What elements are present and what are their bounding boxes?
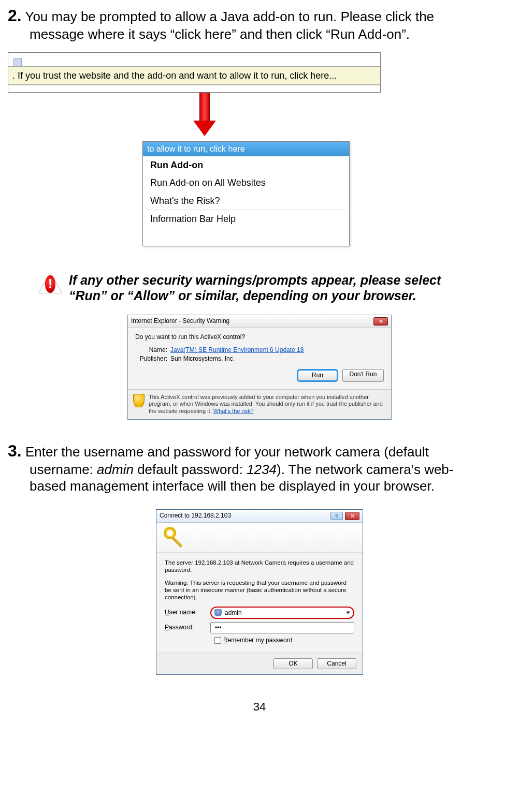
login-titlebar: Connect to 192.168.2.103 ? ✕: [156, 510, 363, 523]
login-body: The server 192.168.2.103 at Network Came…: [156, 553, 363, 653]
password-row: Password:: [165, 622, 354, 633]
cancel-button[interactable]: Cancel: [317, 658, 356, 669]
step-3-number: 3.: [8, 441, 22, 460]
secwarn-footer-link[interactable]: What's the risk?: [213, 408, 254, 414]
browser-toolbar-fragment: [8, 53, 380, 66]
warn-line-2: “Run” or “Allow” or similar, depending o…: [69, 288, 416, 303]
username-input[interactable]: [210, 607, 354, 619]
step-2: 2. You may be prompted to allow a Java a…: [8, 5, 511, 43]
info-bar-message[interactable]: . If you trust the website and the add-o…: [8, 66, 380, 85]
arrow-down-icon: [194, 93, 215, 137]
info-bar-spacer: [8, 85, 380, 92]
secwarn-body: Do you want to run this ActiveX control?…: [128, 328, 391, 389]
login-title-text: Connect to 192.168.2.103: [160, 512, 231, 520]
context-menu-titlebar: to allow it to run, click here: [143, 142, 349, 156]
step-3-b5: ). The network camera’s web-: [277, 462, 454, 477]
secwarn-footer-text-wrap: This ActiveX control was previously adde…: [149, 394, 386, 415]
step-2-text-b: message where it says “click here” and t…: [8, 26, 511, 43]
menu-item-whats-the-risk[interactable]: What's the Risk?: [143, 192, 349, 210]
browser-info-bar-window: . If you trust the website and the add-o…: [8, 52, 381, 93]
run-button[interactable]: Run: [297, 369, 338, 382]
help-icon[interactable]: ?: [330, 512, 343, 520]
secwarn-publisher-row: Publisher: Sun Microsystems, Inc.: [135, 355, 384, 363]
remember-checkbox[interactable]: [214, 637, 221, 644]
ie-security-warning-dialog: Internet Explorer - Security Warning ✕ D…: [127, 315, 392, 420]
remember-row: Remember my password: [214, 637, 354, 644]
secwarn-titlebar: Internet Explorer - Security Warning ✕: [128, 315, 391, 328]
password-input[interactable]: [210, 622, 354, 633]
shield-icon: [133, 394, 145, 407]
step-3: 3. Enter the username and password for y…: [8, 440, 511, 495]
step-3-b4: 1234: [247, 462, 277, 477]
login-footer: OK Cancel: [156, 653, 363, 674]
security-warning-note: ! If any other security warnings/prompts…: [39, 272, 511, 303]
secwarn-footer: This ActiveX control was previously adde…: [128, 389, 391, 419]
menu-item-run-addon-all[interactable]: Run Add-on on All Websites: [143, 174, 349, 192]
toolbar-icon: [13, 58, 22, 66]
step-3-b3: default password:: [134, 462, 247, 477]
warning-icon: !: [39, 272, 62, 295]
secwarn-pub-label: Publisher:: [135, 355, 170, 363]
menu-item-info-bar-help[interactable]: Information Bar Help: [143, 210, 349, 228]
login-dialog: Connect to 192.168.2.103 ? ✕ The server …: [156, 509, 363, 675]
secwarn-name-row: Name: Java(TM) SE Runtime Environment 6 …: [135, 346, 384, 354]
password-input-wrap: [210, 622, 354, 633]
key-icon: [164, 527, 186, 550]
remember-label: Remember my password: [223, 637, 292, 644]
screenshot-info-bar: . If you trust the website and the add-o…: [8, 52, 381, 93]
secwarn-title-text: Internet Explorer - Security Warning: [131, 317, 229, 325]
secwarn-name-value[interactable]: Java(TM) SE Runtime Environment 6 Update…: [170, 346, 304, 354]
close-icon[interactable]: ✕: [373, 317, 388, 326]
secwarn-question: Do you want to run this ActiveX control?: [135, 333, 384, 341]
step-3-text-a: Enter the username and password for your…: [25, 444, 429, 460]
step-2-number: 2.: [8, 6, 22, 25]
secwarn-buttons: Run Don't Run: [135, 364, 384, 386]
step-2-text-a: You may be prompted to allow a Java add-…: [25, 9, 434, 24]
login-art: [156, 523, 363, 553]
login-msg-1: The server 192.168.2.103 at Network Came…: [165, 559, 354, 574]
secwarn-name-label: Name:: [135, 346, 170, 354]
chevron-down-icon[interactable]: [346, 611, 350, 614]
context-menu: to allow it to run, click here Run Add-o…: [142, 141, 350, 246]
security-warning-text: If any other security warnings/prompts a…: [69, 272, 441, 303]
user-icon: [214, 609, 222, 616]
password-label: Password:: [165, 624, 205, 631]
warn-line-1: If any other security warnings/prompts a…: [69, 273, 441, 287]
red-arrow-wrapper: [60, 93, 350, 141]
step-3-line-2: username: admin default password: 1234).…: [8, 461, 511, 478]
close-icon[interactable]: ✕: [345, 512, 359, 520]
secwarn-pub-value: Sun Microsystems, Inc.: [170, 355, 235, 363]
username-input-wrap: [210, 607, 354, 619]
page-number: 34: [8, 700, 511, 714]
login-msg-2: Warning: This server is requesting that …: [165, 579, 354, 601]
menu-padding: [143, 228, 349, 246]
username-label: User name:: [165, 609, 205, 616]
dont-run-button[interactable]: Don't Run: [342, 369, 384, 382]
username-row: User name:: [165, 607, 354, 619]
menu-item-run-addon[interactable]: Run Add-on: [143, 156, 349, 174]
secwarn-footer-text: This ActiveX control was previously adde…: [149, 394, 383, 415]
step-3-line-3: based management interface will then be …: [8, 478, 511, 495]
step-3-b2: admin: [97, 462, 134, 477]
ok-button[interactable]: OK: [273, 658, 313, 669]
step-3-b1: username:: [30, 462, 97, 477]
